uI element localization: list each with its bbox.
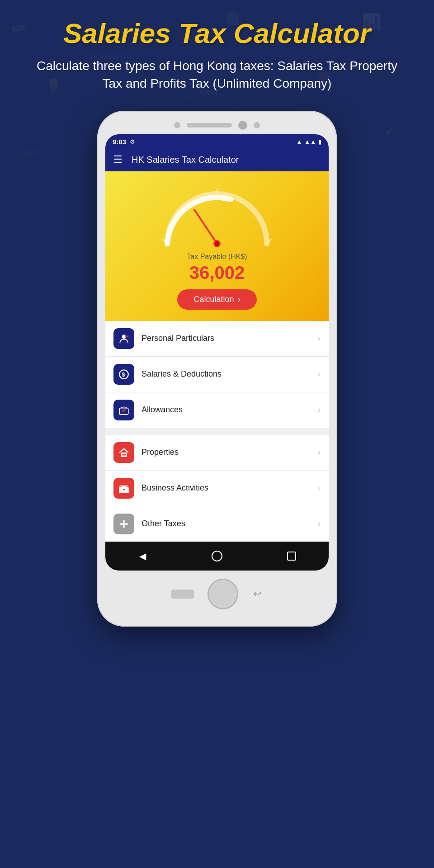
home-circle-icon xyxy=(212,551,222,561)
status-gear-icon: ⚙ xyxy=(130,138,135,145)
chevron-right-icon: › xyxy=(318,519,321,528)
personal-particulars-icon xyxy=(113,328,134,349)
back-button[interactable]: ◀ xyxy=(134,548,151,564)
business-activities-label: Business Activities xyxy=(142,483,311,493)
home-button[interactable] xyxy=(209,548,225,564)
menu-item-business-activities[interactable]: Business Activities › xyxy=(105,471,329,506)
phone-screen: 9:03 ⚙ ▲ ▲▲ ▮ ☰ HK Salaries Tax Calculat… xyxy=(105,134,329,571)
bottom-navigation: ◀ xyxy=(105,542,329,571)
svg-rect-23 xyxy=(123,454,124,455)
app-header-title: HK Salaries Tax Calculator xyxy=(132,155,239,165)
phone-bottom-buttons: ↩ xyxy=(105,571,329,613)
phone-back-button[interactable]: ↩ xyxy=(252,589,263,599)
business-activities-icon xyxy=(113,478,134,499)
allowances-label: Allowances xyxy=(142,405,311,415)
hamburger-menu-icon[interactable]: ☰ xyxy=(113,155,123,165)
recent-apps-square-icon xyxy=(287,552,296,561)
svg-line-15 xyxy=(194,210,217,244)
svg-rect-27 xyxy=(123,489,125,490)
app-header: ☰ HK Salaries Tax Calculator xyxy=(105,148,329,171)
chevron-right-icon: › xyxy=(238,295,241,304)
properties-icon xyxy=(113,442,134,463)
phone-speaker xyxy=(187,123,232,127)
properties-label: Properties xyxy=(142,448,311,457)
phone-bottom-left-btn xyxy=(171,590,194,599)
status-bar: 9:03 ⚙ ▲ ▲▲ ▮ xyxy=(105,134,329,148)
salaries-deductions-label: Salaries & Deductions xyxy=(142,369,311,379)
chevron-right-icon: › xyxy=(318,448,321,457)
svg-point-17 xyxy=(122,335,126,339)
section-divider xyxy=(105,428,329,435)
gauge-display xyxy=(154,180,280,248)
page-subtitle: Calculate three types of Hong Kong taxes… xyxy=(27,57,407,92)
other-taxes-label: Other Taxes xyxy=(142,519,311,528)
menu-item-properties[interactable]: Properties › xyxy=(105,435,329,471)
salaries-deductions-icon: $ xyxy=(113,364,134,385)
svg-rect-24 xyxy=(124,454,126,455)
status-battery-icon: ▮ xyxy=(318,138,321,145)
phone-camera xyxy=(238,121,247,130)
allowances-icon xyxy=(113,400,134,420)
chevron-right-icon: › xyxy=(318,483,321,493)
personal-particulars-label: Personal Particulars xyxy=(142,334,311,343)
menu-section-2: Properties › Business Activities xyxy=(105,435,329,542)
tax-amount-value: 36,002 xyxy=(189,263,245,283)
svg-rect-28 xyxy=(119,485,128,486)
tax-payable-label: Tax Payable (HK$) xyxy=(187,253,247,261)
phone-dot-right xyxy=(254,122,260,128)
menu-item-salaries-deductions[interactable]: $ Salaries & Deductions › xyxy=(105,357,329,392)
phone-frame: 9:03 ⚙ ▲ ▲▲ ▮ ☰ HK Salaries Tax Calculat… xyxy=(97,111,337,627)
calculation-button[interactable]: Calculation › xyxy=(177,289,256,310)
menu-item-other-taxes[interactable]: Other Taxes › xyxy=(105,506,329,542)
menu-item-personal-particulars[interactable]: Personal Particulars › xyxy=(105,321,329,357)
svg-rect-18 xyxy=(125,335,129,336)
phone-home-button[interactable] xyxy=(208,579,238,609)
status-wifi-icon: ▲ xyxy=(296,138,302,145)
status-time: 9:03 xyxy=(113,138,126,146)
gauge-section: Tax Payable (HK$) 36,002 Calculation › xyxy=(105,171,329,321)
phone-dot-left xyxy=(174,122,180,128)
page-title: Salaries Tax Calculator xyxy=(27,18,407,49)
svg-text:$: $ xyxy=(122,372,125,378)
status-signal-icon: ▲▲ xyxy=(304,138,316,145)
svg-point-16 xyxy=(215,241,219,246)
menu-item-allowances[interactable]: Allowances › xyxy=(105,392,329,428)
menu-section-1: Personal Particulars › $ Salaries & Dedu… xyxy=(105,321,329,428)
other-taxes-icon xyxy=(113,514,134,534)
chevron-right-icon: › xyxy=(318,334,321,343)
recent-apps-button[interactable] xyxy=(283,548,300,564)
chevron-right-icon: › xyxy=(318,369,321,379)
svg-rect-25 xyxy=(119,487,129,493)
chevron-right-icon: › xyxy=(318,405,321,415)
